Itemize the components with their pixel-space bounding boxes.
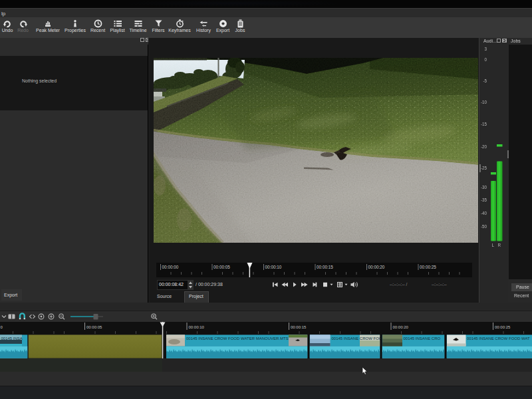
svg-text:-5: -5: [483, 78, 487, 83]
svg-text:00:00:10: 00:00:10: [189, 325, 205, 329]
svg-text:00145 INSANE CROW FOO: 00145 INSANE CROW FOO: [332, 336, 382, 340]
svg-text:-25: -25: [481, 166, 487, 170]
svg-text:00:00:15: 00:00:15: [291, 325, 307, 329]
svg-text:R: R: [498, 243, 501, 247]
svg-text:00:00:10: 00:00:10: [265, 265, 282, 269]
svg-text:-20: -20: [481, 144, 487, 149]
svg-text:3: 3: [484, 47, 487, 51]
svg-text:0: 0: [1, 325, 3, 329]
svg-text:00:00:15: 00:00:15: [317, 265, 333, 269]
svg-text:00:00:00: 00:00:00: [162, 265, 179, 269]
svg-text:00:00:05: 00:00:05: [213, 265, 230, 269]
svg-text:L: L: [492, 243, 495, 247]
svg-text:-40: -40: [481, 211, 487, 215]
svg-text:00:00:20: 00:00:20: [368, 265, 385, 269]
svg-text:00:00:05: 00:00:05: [86, 325, 102, 329]
svg-text:-15: -15: [481, 122, 487, 126]
svg-text:00145 INSA: 00145 INSA: [1, 336, 23, 340]
svg-text:0: 0: [484, 57, 487, 62]
svg-text:00:00:25: 00:00:25: [495, 325, 511, 329]
svg-text:-35: -35: [481, 198, 487, 202]
svg-text:-10: -10: [481, 100, 487, 104]
svg-text:-30: -30: [481, 185, 487, 190]
svg-text:00:00:25: 00:00:25: [420, 265, 436, 269]
svg-text:00145 INSANE CRO: 00145 INSANE CRO: [404, 336, 441, 340]
svg-text:-50: -50: [481, 224, 487, 229]
svg-text:00:00:20: 00:00:20: [393, 325, 409, 329]
svg-text:00145 INSANE CROW FOOD WAT: 00145 INSANE CROW FOOD WAT: [467, 336, 530, 340]
svg-text:00145 INSANE CROW FOOD WATER M: 00145 INSANE CROW FOOD WATER MANOUVER.MT…: [186, 336, 289, 340]
